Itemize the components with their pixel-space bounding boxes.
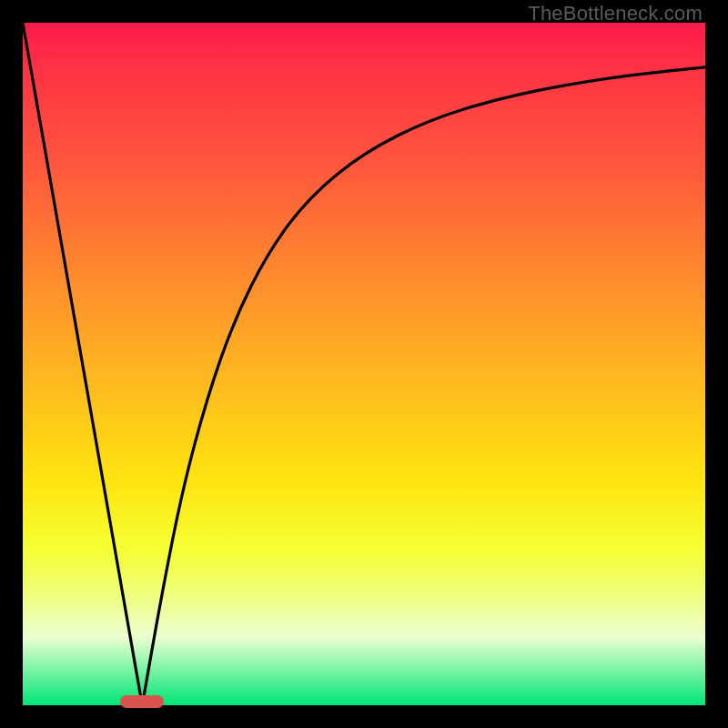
curve-path [23,23,705,705]
minimum-marker [120,695,164,708]
watermark-text: TheBottleneck.com [528,2,703,25]
plot-area [23,23,705,705]
chart-frame: TheBottleneck.com [0,0,728,728]
bottleneck-curve [23,23,705,705]
